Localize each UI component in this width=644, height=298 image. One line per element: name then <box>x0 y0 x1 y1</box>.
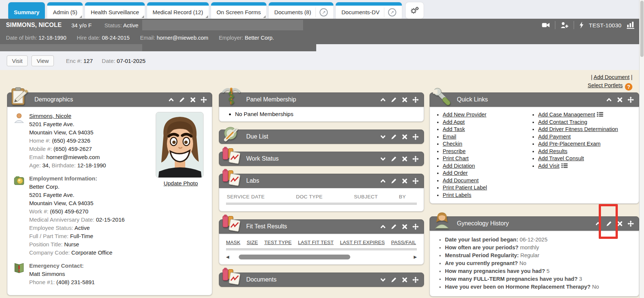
fit-col-pass-fail[interactable]: PASS/FAIL <box>391 240 416 245</box>
scrollbar-track[interactable] <box>231 255 411 259</box>
move-handle[interactable] <box>412 224 419 230</box>
edit-button[interactable] <box>391 156 397 162</box>
close-button[interactable] <box>190 97 196 103</box>
print-labels-link[interactable]: Print Labels <box>443 192 471 198</box>
list-item: Add Case Management <box>538 111 636 119</box>
tab-documents-dv[interactable]: Documents-DV↗ <box>336 2 402 19</box>
prescribe-link[interactable]: Prescribe <box>443 148 466 154</box>
edit-button[interactable] <box>391 277 397 283</box>
scrollbar-thumb[interactable] <box>239 255 350 259</box>
close-icon <box>190 97 196 103</box>
add-person-icon[interactable] <box>561 22 568 28</box>
edit-button[interactable] <box>391 134 397 140</box>
move-handle[interactable] <box>412 156 419 162</box>
tab-summary[interactable]: Summary <box>8 2 45 19</box>
move-handle[interactable] <box>412 134 419 140</box>
portlet-title: Labs <box>246 177 259 184</box>
collapse-button[interactable] <box>606 97 612 103</box>
patient-name-link[interactable]: Simmons, Nicole <box>29 113 71 119</box>
print-patient-label-link[interactable]: Print Patient Label <box>443 185 487 191</box>
scroll-right-icon[interactable]: ▶ <box>414 254 417 260</box>
select-portlets-link[interactable]: Select Portlets <box>588 82 623 88</box>
fit-col-size[interactable]: SIZE <box>247 240 258 245</box>
email-link[interactable]: Email <box>443 134 456 140</box>
lightning-bolt-icon[interactable] <box>579 22 584 28</box>
expand-button[interactable] <box>380 277 386 283</box>
add-driver-fitness-link[interactable]: Add Driver Fitness Determination <box>538 126 618 132</box>
vertical-scrollbar[interactable] <box>639 0 644 298</box>
print-chart-link[interactable]: Print Chart <box>443 155 468 161</box>
fit-col-mask[interactable]: MASK <box>226 240 240 245</box>
move-handle[interactable] <box>412 97 419 103</box>
popout-arrow-icon[interactable]: ↗ <box>320 8 328 16</box>
employer-address1: 5201 Fayette Ave. <box>29 191 206 199</box>
close-button[interactable] <box>402 156 408 162</box>
move-handle[interactable] <box>628 221 634 227</box>
add-document-link[interactable]: Add Document <box>443 177 479 183</box>
add-visit-link[interactable]: Add Visit <box>538 163 559 169</box>
tab-label: Admin (5) <box>53 9 77 15</box>
gyn-item: How many FULL-TERM pregnancies have you … <box>445 275 635 283</box>
add-travel-consult-link[interactable]: Add Travel Consult <box>538 155 584 161</box>
add-dictation-link[interactable]: Add Dictation <box>443 163 475 169</box>
video-call-icon[interactable] <box>542 22 550 28</box>
close-icon <box>402 277 408 283</box>
tab-admin[interactable]: Admin (5) <box>47 2 83 19</box>
gear-icon <box>410 6 419 15</box>
move-handle[interactable] <box>201 97 207 103</box>
close-button[interactable] <box>617 97 623 103</box>
add-payment-link[interactable]: Add Payment <box>538 134 571 140</box>
expand-button[interactable] <box>380 156 386 162</box>
collapse-button[interactable] <box>168 97 174 103</box>
add-results-link[interactable]: Add Results <box>538 148 567 154</box>
pencil-icon <box>391 156 397 162</box>
add-task-link[interactable]: Add Task <box>443 126 465 132</box>
edit-button[interactable] <box>391 178 397 184</box>
close-button[interactable] <box>402 134 408 140</box>
tab-settings-button[interactable] <box>406 2 424 19</box>
list-grid-icon[interactable] <box>561 163 568 168</box>
collapse-button[interactable] <box>380 178 386 184</box>
add-document-link[interactable]: Add Document <box>593 74 629 80</box>
tab-on-screen-forms[interactable]: On Screen Forms <box>211 2 266 19</box>
fit-col-test-type[interactable]: TEST TYPE <box>264 240 292 245</box>
collapse-button[interactable] <box>380 224 386 230</box>
view-button[interactable]: View <box>31 55 54 66</box>
checkin-link[interactable]: Checkin <box>443 141 462 147</box>
scroll-left-icon[interactable]: ◀ <box>226 254 229 260</box>
fit-col-last-fit-test[interactable]: LAST FIT TEST <box>298 240 333 245</box>
move-handle[interactable] <box>412 178 419 184</box>
visit-button[interactable]: Visit <box>7 55 28 66</box>
hire-date-label: Hire date: <box>77 35 100 41</box>
add-contact-tracing-link[interactable]: Add Contact Tracing <box>538 119 587 125</box>
add-appt-link[interactable]: Add Appt <box>443 119 465 125</box>
close-button[interactable] <box>402 178 408 184</box>
employment-section: Employment Information: Better Corp. 520… <box>13 174 206 257</box>
edit-button[interactable] <box>179 97 185 103</box>
expand-button[interactable] <box>380 134 386 140</box>
close-button[interactable] <box>402 224 408 230</box>
add-pre-placement-exam-link[interactable]: Add Pre-Placement Exam <box>538 141 601 147</box>
horizontal-scrollbar[interactable]: ◀ ▶ <box>226 254 417 260</box>
edit-button[interactable] <box>391 97 397 103</box>
collapse-button[interactable] <box>380 97 386 103</box>
edit-button[interactable] <box>391 224 397 230</box>
flowsheet-button[interactable] <box>627 21 634 29</box>
help-icon[interactable]: ? <box>625 83 632 91</box>
bar-chart-icon <box>627 21 634 27</box>
vertical-scrollbar-thumb[interactable] <box>640 1 644 57</box>
popout-arrow-icon[interactable]: ↗ <box>388 8 396 16</box>
tab-health-surveillance[interactable]: Health Surveillance <box>85 2 144 19</box>
add-case-management-link[interactable]: Add Case Management <box>538 112 595 118</box>
move-handle[interactable] <box>628 97 634 103</box>
tab-documents[interactable]: Documents (8)↗ <box>269 2 333 19</box>
emergency-phone-value: (408) 231-5891 <box>57 279 95 285</box>
close-button[interactable] <box>402 97 408 103</box>
fit-col-last-fit-expires[interactable]: LAST FIT EXPIRES <box>340 240 385 245</box>
close-button[interactable] <box>402 277 408 283</box>
add-new-provider-link[interactable]: Add New Provider <box>443 112 486 118</box>
move-handle[interactable] <box>412 277 419 283</box>
add-order-link[interactable]: Add Order <box>443 170 468 176</box>
tab-medical-record[interactable]: Medical Record (12) <box>147 2 209 19</box>
list-grid-icon[interactable] <box>597 112 603 117</box>
